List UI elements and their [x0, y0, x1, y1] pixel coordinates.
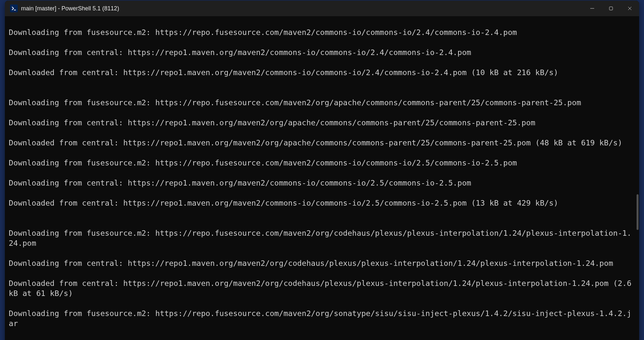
- output-line: Downloaded from central: https://repo1.m…: [9, 198, 635, 208]
- terminal-window: main [master] - PowerShell 5.1 (8112) Do…: [5, 1, 639, 340]
- output-line: Downloading from fusesource.m2: https://…: [9, 228, 635, 248]
- output-line: Downloaded from central: https://repo1.m…: [9, 278, 635, 299]
- maximize-button[interactable]: [602, 1, 620, 16]
- output-line: Downloading from central: https://repo1.…: [9, 118, 635, 128]
- output-line: Downloading from central: https://repo1.…: [9, 258, 635, 268]
- output-line: Downloaded from central: https://repo1.m…: [9, 68, 635, 78]
- close-button[interactable]: [620, 1, 639, 16]
- svg-rect-1: [609, 7, 613, 10]
- terminal-output[interactable]: Downloading from fusesource.m2: https://…: [5, 16, 639, 340]
- window-title: main [master] - PowerShell 5.1 (8112): [21, 5, 119, 12]
- output-line: Downloading from fusesource.m2: https://…: [9, 309, 635, 329]
- powershell-icon: [10, 5, 18, 12]
- titlebar[interactable]: main [master] - PowerShell 5.1 (8112): [5, 1, 639, 16]
- scrollbar-thumb[interactable]: [637, 194, 638, 230]
- output-line: Downloading from fusesource.m2: https://…: [9, 158, 635, 168]
- titlebar-left: main [master] - PowerShell 5.1 (8112): [10, 5, 119, 12]
- output-line: Downloading from fusesource.m2: https://…: [9, 28, 635, 38]
- window-controls: [583, 1, 639, 16]
- minimize-button[interactable]: [583, 1, 602, 16]
- output-line: Downloaded from central: https://repo1.m…: [9, 138, 635, 148]
- output-line: Downloading from fusesource.m2: https://…: [9, 339, 635, 340]
- output-line: Downloading from central: https://repo1.…: [9, 48, 635, 58]
- output-line: Downloading from fusesource.m2: https://…: [9, 98, 635, 108]
- output-line: Downloading from central: https://repo1.…: [9, 178, 635, 188]
